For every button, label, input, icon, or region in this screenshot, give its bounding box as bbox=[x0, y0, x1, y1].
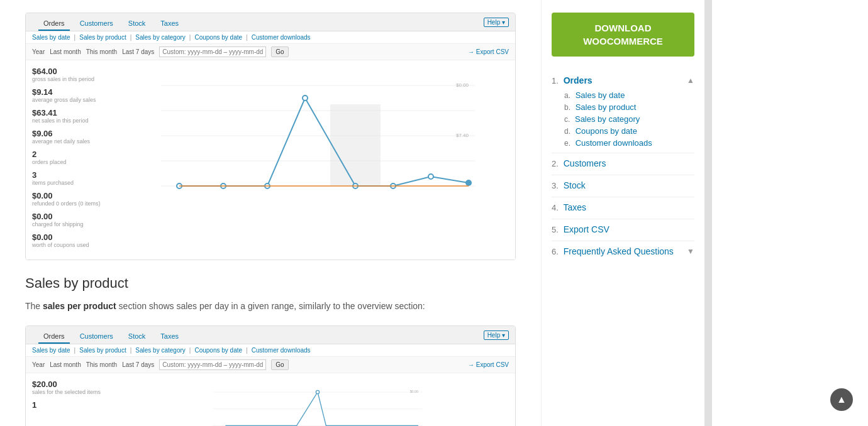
svg-point-11 bbox=[303, 96, 308, 101]
toc-divider-2 bbox=[552, 175, 694, 175]
toc-item-orders: 1. Orders ▲ a. Sales by date b. Sales by… bbox=[552, 72, 694, 149]
subnav-link-3[interactable]: Sales by category bbox=[135, 34, 186, 41]
svg-text:$0.00: $0.00 bbox=[410, 390, 418, 394]
stat-net-sales: $63.41 net sales in this period bbox=[32, 108, 120, 124]
stat-shipping: $0.00 charged for shipping bbox=[32, 212, 120, 227]
screenshot-2: Orders Customers Stock Taxes Help ▾ Sale… bbox=[25, 325, 516, 426]
help-button-2[interactable]: Help ▾ bbox=[484, 330, 509, 340]
report-toolbar-2: Year Last month This month Last 7 days G… bbox=[26, 357, 515, 373]
svg-point-14 bbox=[428, 174, 433, 179]
chart-area-1: $64.00 gross sales in this period $9.14 … bbox=[26, 60, 515, 259]
main-content: Orders Customers Stock Taxes Help ▾ Sale… bbox=[0, 0, 541, 426]
toc-divider-3 bbox=[552, 197, 694, 197]
chevron-up-icon: ▲ bbox=[687, 76, 694, 85]
subnav2-link-5[interactable]: Customer downloads bbox=[252, 347, 311, 354]
period2-last-month[interactable]: Last month bbox=[50, 361, 81, 368]
toc-link-sales-product[interactable]: Sales by product bbox=[576, 102, 637, 112]
subnav2-link-4[interactable]: Coupons by date bbox=[194, 347, 242, 354]
scroll-top-button[interactable]: ▲ bbox=[830, 388, 853, 411]
screenshot-1: Orders Customers Stock Taxes Help ▾ Sale… bbox=[25, 13, 516, 260]
toc-link-customer-downloads[interactable]: Customer downloads bbox=[576, 138, 652, 148]
stat-avg-net: $9.06 average net daily sales bbox=[32, 129, 120, 145]
toc-section-taxes[interactable]: 4. Taxes bbox=[552, 199, 694, 216]
svg-text:$0.00: $0.00 bbox=[456, 82, 469, 88]
scroll-top-icon: ▲ bbox=[837, 394, 847, 405]
tab-stock[interactable]: Stock bbox=[123, 17, 151, 31]
svg-point-15 bbox=[466, 180, 471, 185]
subnav-link-5[interactable]: Customer downloads bbox=[252, 34, 311, 41]
stats-panel-2: $20.00 sales for the selected items 1 bbox=[32, 380, 120, 426]
tab2-orders[interactable]: Orders bbox=[38, 330, 70, 344]
export-csv-link[interactable]: → Export CSV bbox=[468, 48, 509, 55]
help-button[interactable]: Help ▾ bbox=[484, 18, 509, 27]
toc-sub-sales-by-date: a. Sales by date bbox=[564, 89, 694, 101]
subnav-link-1[interactable]: Sales by date bbox=[32, 34, 70, 41]
toc-link-sales-category[interactable]: Sales by category bbox=[575, 114, 640, 124]
tab2-stock[interactable]: Stock bbox=[123, 330, 151, 344]
scrollbar[interactable] bbox=[704, 0, 712, 426]
toc-item-stock: 3. Stock bbox=[552, 177, 694, 194]
toc-item-customers: 2. Customers bbox=[552, 155, 694, 172]
toc-divider-5 bbox=[552, 241, 694, 241]
toc-section-stock[interactable]: 3. Stock bbox=[552, 177, 694, 194]
go-button-2[interactable]: Go bbox=[271, 359, 288, 370]
subnav-link-2[interactable]: Sales by product bbox=[79, 34, 126, 41]
subnav-link-4[interactable]: Coupons by date bbox=[194, 34, 242, 41]
period2-last-7[interactable]: Last 7 days bbox=[122, 361, 154, 368]
wc-subnav: Sales by date | Sales by product | Sales… bbox=[26, 31, 515, 44]
chart-svg-1: $0.00 $7.40 bbox=[126, 67, 509, 192]
period-last-7[interactable]: Last 7 days bbox=[122, 48, 154, 55]
custom-date-input[interactable] bbox=[159, 46, 266, 57]
chart-svg-2: $0.00 bbox=[126, 380, 509, 426]
period2-year[interactable]: Year bbox=[32, 361, 45, 368]
stat-avg-gross: $9.14 average gross daily sales bbox=[32, 87, 120, 103]
toc-item-taxes: 4. Taxes bbox=[552, 199, 694, 216]
table-of-contents: 1. Orders ▲ a. Sales by date b. Sales by… bbox=[552, 72, 694, 260]
toc-sub-coupons-by-date: d. Coupons by date bbox=[564, 125, 694, 137]
go-button[interactable]: Go bbox=[271, 46, 288, 57]
stat-gross-sales: $64.00 gross sales in this period bbox=[32, 67, 120, 82]
export-csv-link-2[interactable]: → Export CSV bbox=[468, 361, 509, 368]
period-this-month[interactable]: This month bbox=[86, 48, 117, 55]
tab2-customers[interactable]: Customers bbox=[75, 330, 118, 344]
toc-link-sales-date[interactable]: Sales by date bbox=[576, 90, 625, 100]
period-last-month[interactable]: Last month bbox=[50, 48, 81, 55]
toc-divider-1 bbox=[552, 153, 694, 153]
sales-chart-2: $0.00 bbox=[126, 380, 509, 426]
wc-subnav-2: Sales by date | Sales by product | Sales… bbox=[26, 344, 515, 357]
toc-link-coupons-date[interactable]: Coupons by date bbox=[576, 126, 637, 136]
toc-divider-4 bbox=[552, 219, 694, 219]
stat-items: 3 items purchased bbox=[32, 170, 120, 186]
toc-sub-customer-downloads: e. Customer downloads bbox=[564, 137, 694, 149]
sales-chart-1: $0.00 $7.40 bbox=[126, 67, 509, 192]
svg-point-21 bbox=[316, 391, 319, 394]
subnav2-link-3[interactable]: Sales by category bbox=[135, 347, 186, 354]
report-toolbar: Year Last month This month Last 7 days G… bbox=[26, 44, 515, 60]
custom-date-input-2[interactable] bbox=[159, 359, 266, 370]
stats-panel: $64.00 gross sales in this period $9.14 … bbox=[32, 67, 120, 253]
toc-sub-orders: a. Sales by date b. Sales by product c. … bbox=[552, 89, 694, 149]
section-description: The sales per product section shows sale… bbox=[25, 299, 516, 313]
subnav2-link-1[interactable]: Sales by date bbox=[32, 347, 70, 354]
section-heading: Sales by product bbox=[25, 275, 516, 292]
toc-section-orders[interactable]: 1. Orders ▲ bbox=[552, 72, 694, 89]
subnav2-link-2[interactable]: Sales by product bbox=[79, 347, 126, 354]
period2-this-month[interactable]: This month bbox=[86, 361, 117, 368]
wc-report-2: Orders Customers Stock Taxes Help ▾ Sale… bbox=[26, 326, 515, 426]
toc-section-faq[interactable]: 6. Frequently Asked Questions ▼ bbox=[552, 243, 694, 260]
chevron-down-icon: ▼ bbox=[687, 247, 694, 256]
download-button[interactable]: DOWNLOAD WOOCOMMERCE bbox=[552, 13, 694, 57]
period-year[interactable]: Year bbox=[32, 48, 45, 55]
toc-section-customers[interactable]: 2. Customers bbox=[552, 155, 694, 172]
tab2-taxes[interactable]: Taxes bbox=[155, 330, 184, 344]
toc-item-faq: 6. Frequently Asked Questions ▼ bbox=[552, 243, 694, 260]
toc-sub-sales-by-product: b. Sales by product bbox=[564, 101, 694, 113]
stat2-count: 1 bbox=[32, 400, 120, 410]
stat-coupons: $0.00 worth of coupons used bbox=[32, 232, 120, 248]
toc-section-export[interactable]: 5. Export CSV bbox=[552, 221, 694, 238]
tab-customers[interactable]: Customers bbox=[75, 17, 118, 31]
tab-orders[interactable]: Orders bbox=[38, 17, 70, 31]
wc-report-1: Orders Customers Stock Taxes Help ▾ Sale… bbox=[26, 13, 515, 259]
sidebar: DOWNLOAD WOOCOMMERCE 1. Orders ▲ a. Sale… bbox=[541, 0, 704, 426]
tab-taxes[interactable]: Taxes bbox=[155, 17, 184, 31]
